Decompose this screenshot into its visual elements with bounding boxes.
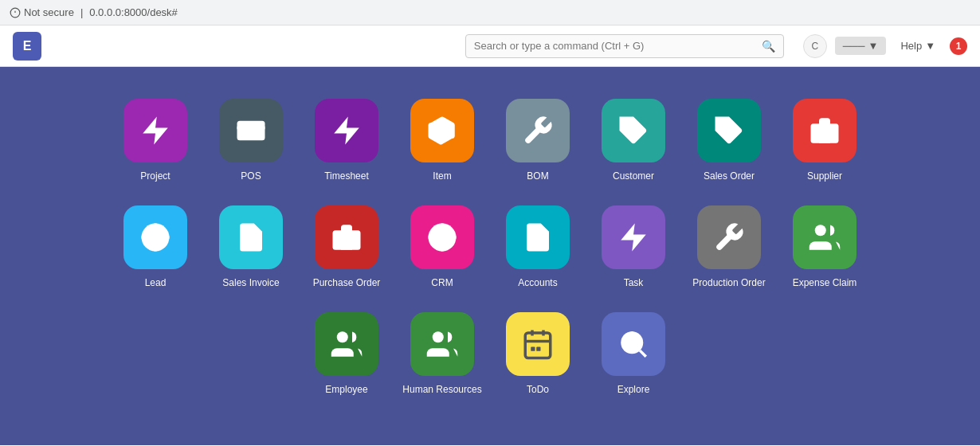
app-tile-lead [123,205,187,269]
chevron-down-icon: ▼ [868,40,879,52]
svg-point-26 [815,225,826,236]
app-item-customer[interactable]: Customer [598,99,669,182]
app-tile-purchase-order [315,205,378,269]
svg-line-36 [640,350,646,357]
app-label-pos: POS [241,170,261,182]
app-item-project[interactable]: Project [120,99,191,182]
svg-rect-3 [237,121,265,141]
app-label-crm: CRM [431,277,453,288]
app-item-todo[interactable]: ToDo [502,312,574,395]
svg-rect-29 [525,333,551,358]
search-input[interactable] [474,40,755,52]
app-item-accounts[interactable]: Accounts [502,205,574,288]
app-label-accounts: Accounts [518,277,557,288]
app-tile-sales-order [697,99,761,162]
svg-point-19 [438,233,447,242]
app-item-pos[interactable]: POS [215,99,287,182]
search-icon: 🔍 [762,40,775,53]
app-item-employee[interactable]: Employee [311,312,382,395]
app-label-sales-invoice: Sales Invoice [222,277,279,288]
main-content: Project POS Timesheet Item BOM [0,67,980,445]
svg-rect-5 [243,134,249,137]
app-tile-task [602,205,665,269]
app-item-expense-claim[interactable]: Expense Claim [789,205,860,288]
c-button[interactable]: C [803,34,827,58]
notification-badge[interactable]: 1 [950,37,967,55]
svg-point-6 [625,122,629,126]
app-tile-pos [219,99,283,162]
svg-rect-34 [536,347,540,351]
app-label-purchase-order: Purchase Order [313,277,381,288]
app-label-supplier: Supplier [807,170,842,182]
app-label-customer: Customer [613,170,654,182]
app-label-task: Task [624,277,644,288]
svg-rect-33 [531,347,535,351]
help-button[interactable]: Help ▼ [894,37,942,55]
app-label-timesheet: Timesheet [324,170,369,182]
top-nav: E 🔍 C ─── ▼ Help ▼ 1 [0,25,980,67]
app-logo[interactable]: E [13,32,41,61]
svg-point-10 [151,233,160,242]
app-tile-item [410,99,474,162]
app-item-sales-invoice[interactable]: Sales Invoice [215,205,287,288]
app-label-bom: BOM [527,170,548,182]
app-label-todo: ToDo [527,384,549,395]
apps-grid: Project POS Timesheet Item BOM [92,99,888,395]
app-item-crm[interactable]: CRM [406,205,478,288]
url-bar: 0.0.0.0:8000/desk# [89,6,178,18]
app-item-task[interactable]: Task [598,205,669,288]
nav-right: C ─── ▼ Help ▼ 1 [803,34,967,58]
app-item-production-order[interactable]: Production Order [693,205,765,288]
app-tile-todo [506,312,570,376]
app-item-supplier[interactable]: Supplier [789,99,860,182]
app-label-employee: Employee [325,384,367,395]
app-tile-sales-invoice [219,205,283,269]
chevron-down-icon: ▼ [925,40,935,52]
app-label-sales-order: Sales Order [704,170,755,182]
app-tile-supplier [793,99,857,162]
app-item-lead[interactable]: Lead [120,205,191,288]
user-menu[interactable]: ─── ▼ [835,37,887,55]
app-item-sales-order[interactable]: Sales Order [693,99,765,182]
app-item-human-resources[interactable]: Human Resources [406,312,478,395]
app-label-explore: Explore [617,384,650,395]
search-container: 🔍 [465,34,784,58]
app-item-purchase-order[interactable]: Purchase Order [311,205,382,288]
app-item-bom[interactable]: BOM [502,99,574,182]
app-label-production-order: Production Order [692,277,765,288]
security-indicator: Not secure [10,6,74,18]
app-label-project: Project [140,170,170,182]
app-item-timesheet[interactable]: Timesheet [311,99,382,182]
app-tile-human-resources [410,312,474,376]
app-item-explore[interactable]: Explore [598,312,669,395]
svg-point-7 [720,122,724,126]
browser-bar: Not secure | 0.0.0.0:8000/desk# [0,0,980,25]
app-tile-crm [410,205,474,269]
app-label-expense-claim: Expense Claim [793,277,857,288]
app-label-item: Item [433,170,451,182]
app-tile-project [123,99,187,162]
app-tile-accounts [506,205,570,269]
app-tile-employee [315,312,378,376]
app-tile-production-order [697,205,761,269]
app-tile-expense-claim [793,205,857,269]
app-tile-customer [602,99,665,162]
app-tile-explore [602,312,665,376]
app-tile-bom [506,99,570,162]
app-item-item[interactable]: Item [406,99,478,182]
svg-point-28 [433,331,444,342]
app-label-lead: Lead [145,277,167,288]
svg-point-27 [337,331,348,342]
app-label-human-resources: Human Resources [402,384,481,395]
app-tile-timesheet [315,99,378,162]
